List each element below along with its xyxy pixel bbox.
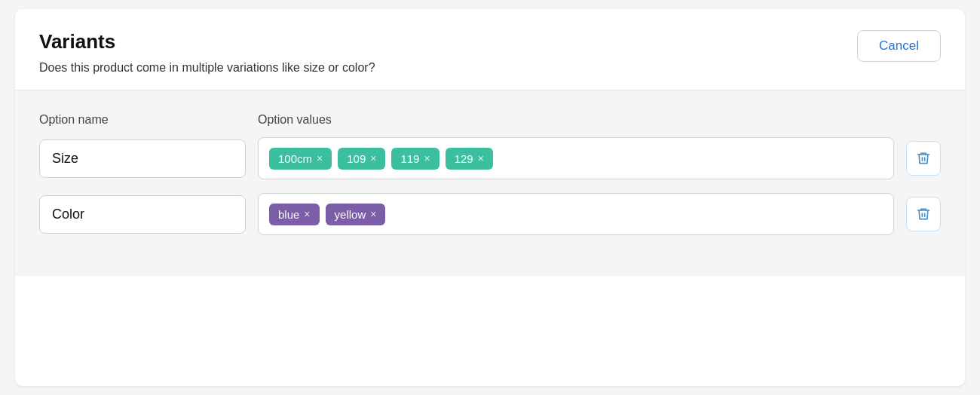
tag-label: 100cm — [278, 152, 312, 165]
column-labels: Option name Option values — [39, 113, 941, 127]
card-header: Variants Does this product come in multi… — [15, 9, 965, 90]
tag-109: 109 × — [338, 148, 385, 170]
option-name-input-color[interactable] — [39, 195, 246, 234]
option-values-input-color[interactable]: blue × yellow × — [258, 193, 894, 235]
tag-remove-100cm[interactable]: × — [317, 152, 323, 164]
tag-label: 129 — [455, 152, 473, 165]
tag-label: 109 — [347, 152, 366, 165]
tag-yellow: yellow × — [326, 204, 386, 225]
delete-color-button[interactable] — [906, 197, 941, 231]
variant-row-size: 100cm × 109 × 119 × 129 × — [39, 137, 941, 179]
delete-size-button[interactable] — [906, 141, 941, 176]
option-values-column-label: Option values — [258, 113, 332, 127]
tag-remove-yellow[interactable]: × — [370, 208, 376, 220]
cancel-button[interactable]: Cancel — [857, 30, 941, 62]
tag-remove-109[interactable]: × — [370, 152, 376, 164]
tag-119: 119 × — [391, 148, 439, 170]
variant-row-color: blue × yellow × — [39, 193, 941, 235]
trash-icon — [916, 207, 931, 222]
tag-remove-119[interactable]: × — [424, 152, 430, 164]
tag-label: 119 — [400, 152, 419, 165]
tag-label: yellow — [335, 208, 366, 221]
card-body: Option name Option values 100cm × 109 × … — [15, 90, 965, 276]
tag-remove-blue[interactable]: × — [304, 208, 310, 220]
header-left: Variants Does this product come in multi… — [39, 30, 375, 75]
variants-card: Variants Does this product come in multi… — [15, 9, 965, 386]
tag-100cm: 100cm × — [269, 148, 332, 170]
trash-icon — [916, 151, 931, 166]
tag-blue: blue × — [269, 204, 320, 225]
option-values-input-size[interactable]: 100cm × 109 × 119 × 129 × — [258, 137, 894, 179]
tag-129: 129 × — [446, 148, 493, 170]
tag-label: blue — [278, 208, 299, 221]
page-subtitle: Does this product come in multiple varia… — [39, 61, 375, 75]
tag-remove-129[interactable]: × — [478, 152, 484, 164]
option-name-input-size[interactable] — [39, 139, 246, 178]
option-name-column-label: Option name — [39, 113, 258, 127]
page-title: Variants — [39, 30, 375, 54]
